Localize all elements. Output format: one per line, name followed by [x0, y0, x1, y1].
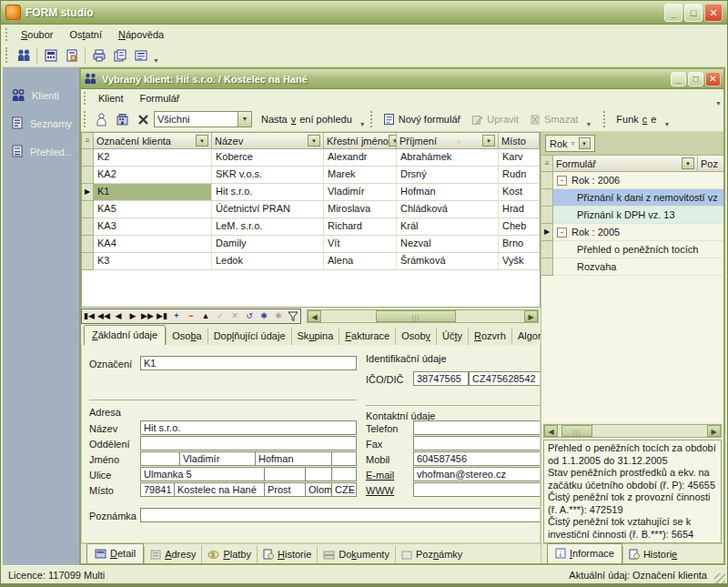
row-selector[interactable] — [82, 218, 94, 236]
toolbar-grip[interactable] — [5, 47, 10, 64]
cell[interactable]: Vyšk — [499, 253, 540, 270]
next-record-icon[interactable]: ▶ — [126, 309, 140, 323]
cell[interactable]: Král — [397, 218, 499, 236]
new-form-button[interactable]: Nový formulář — [378, 110, 466, 128]
menu-formular[interactable]: Formulář — [133, 91, 189, 106]
cell[interactable]: Brno — [499, 236, 540, 253]
cell[interactable]: Richard — [324, 218, 397, 236]
filter-dropdown-icon[interactable]: ▼ — [389, 135, 397, 147]
row-selector[interactable] — [541, 207, 553, 224]
grid-corner-icon[interactable]: ≡ — [541, 156, 553, 171]
delete-record-icon[interactable]: − — [184, 309, 198, 323]
ulice-extra-field[interactable] — [331, 467, 357, 481]
tab-historie-info[interactable]: Historie — [622, 546, 682, 563]
cell[interactable]: Abrahámek — [397, 149, 499, 167]
forms-horizontal-scrollbar[interactable]: ◀ ||| ▶ — [543, 424, 722, 438]
row-selector[interactable] — [541, 241, 553, 258]
filter-dropdown-icon[interactable]: ▼ — [482, 135, 495, 147]
insert-record-icon[interactable]: + — [169, 309, 184, 323]
organization-icon[interactable] — [112, 109, 133, 129]
ico-field[interactable]: 38747565 — [413, 371, 469, 386]
telefon-field[interactable] — [413, 420, 541, 435]
grid-row[interactable]: KA3LeM. s.r.o.RichardKrálCheb — [82, 218, 540, 236]
form-row[interactable]: Rozvaha — [541, 258, 723, 276]
scroll-right-icon[interactable]: ▶ — [707, 425, 721, 437]
cell[interactable]: Nezval — [397, 236, 499, 253]
toolbar-grip[interactable] — [84, 92, 88, 105]
prior-record-icon[interactable]: ◀ — [111, 309, 126, 323]
filter-dropdown-icon[interactable]: ▼ — [682, 157, 694, 169]
grid-horizontal-scrollbar[interactable]: ◀ ||| ▶ — [307, 309, 539, 323]
cell[interactable]: KA5 — [94, 201, 212, 218]
tab-osoby[interactable]: Osoby — [395, 328, 436, 345]
maximize-button[interactable]: □ — [684, 4, 703, 22]
stat-field[interactable]: CZE — [331, 482, 357, 497]
refresh-icon[interactable]: ↺ — [242, 309, 257, 323]
cell[interactable]: Cheb — [499, 218, 540, 236]
person-icon[interactable] — [91, 109, 112, 129]
toolbar-grip[interactable] — [603, 111, 608, 127]
column-header-formular[interactable]: Formulář▼ — [553, 156, 698, 171]
sidebar-item-prehled[interactable]: Přehled... — [3, 137, 79, 166]
fax-field[interactable] — [413, 436, 541, 450]
cell[interactable]: Hofman — [397, 184, 499, 201]
tab-platby[interactable]: $Platby — [201, 546, 257, 563]
column-header-misto[interactable]: Místo — [499, 133, 540, 148]
functions-button[interactable]: Funkce — [611, 111, 662, 127]
cell[interactable]: KA3 — [94, 218, 212, 236]
row-selector[interactable] — [82, 167, 94, 184]
delete-button[interactable]: Smazat — [524, 111, 583, 128]
cell[interactable]: Koberce — [212, 149, 324, 167]
current-row-marker-icon[interactable]: ▶ — [82, 184, 94, 201]
psc-field[interactable]: 79841 — [140, 482, 175, 497]
kraj-field[interactable]: Olom — [305, 482, 332, 497]
view-filter-select[interactable]: Všichni ▼ — [154, 111, 252, 127]
titul-za-field[interactable] — [331, 451, 357, 466]
tab-zakladni-udaje[interactable]: Základní údaje — [84, 325, 166, 345]
calculator-icon[interactable] — [40, 46, 61, 66]
tab-ucty[interactable]: Účty — [436, 328, 468, 345]
filter-dropdown-icon[interactable]: ▼ — [579, 137, 591, 149]
cell[interactable]: Miroslava — [324, 201, 397, 218]
tab-doplnujici-udaje[interactable]: Doplňující údaje — [207, 328, 291, 345]
toolbar-grip[interactable] — [370, 111, 375, 127]
grid-row[interactable]: KA5Účetnictví PRANMiroslavaChládkováHrad — [82, 201, 540, 218]
oddeleni-field[interactable] — [140, 436, 357, 450]
menu-napoveda[interactable]: Nápověda — [110, 27, 172, 42]
close-button[interactable]: ✕ — [704, 4, 723, 22]
column-header-nazev[interactable]: Název▼ — [212, 133, 324, 148]
cell[interactable]: Kost — [499, 184, 540, 201]
client-window-title-bar[interactable]: Vybraný klient: Hit s.r.o. / Kostelec na… — [81, 69, 723, 89]
tab-osoba[interactable]: Osoba — [166, 328, 207, 345]
form-row-selected[interactable]: Přiznání k dani z nemovitostí vz — [541, 189, 723, 207]
mobil-field[interactable]: 604587456 — [413, 451, 541, 466]
cell[interactable]: Rudn — [499, 167, 540, 184]
child-minimize-button[interactable]: _ — [671, 72, 686, 86]
titul-field[interactable] — [140, 451, 180, 466]
cell[interactable]: Marek — [324, 167, 397, 184]
child-maximize-button[interactable]: □ — [688, 72, 703, 86]
filter-dropdown-icon[interactable]: ▼ — [196, 135, 208, 147]
copy-icon[interactable] — [109, 46, 130, 66]
edit-record-icon[interactable]: ▲ — [198, 309, 213, 323]
sidebar-item-klienti[interactable]: Klienti — [3, 82, 79, 109]
column-header-prijmeni[interactable]: Příjmení▵▼ — [397, 133, 499, 148]
view-settings-button[interactable]: Nastavení pohledu — [256, 111, 358, 127]
cell[interactable]: Ledok — [212, 253, 324, 270]
cell[interactable]: Drsný — [397, 167, 499, 184]
scroll-right-icon[interactable]: ▶ — [524, 310, 538, 322]
cell[interactable]: Vladimír — [324, 184, 397, 201]
ulice-field[interactable]: Ulmanka 5 — [140, 467, 265, 481]
collapse-icon[interactable]: - — [557, 176, 567, 186]
cancel-edit-icon[interactable]: ✕ — [228, 309, 242, 323]
row-selector[interactable] — [82, 236, 94, 253]
toolbar-overflow-button[interactable]: ▼ — [151, 46, 161, 66]
group-row[interactable]: -Rok : 2006 — [541, 172, 723, 189]
tab-historie[interactable]: Historie — [257, 546, 317, 563]
row-selector[interactable] — [541, 172, 553, 189]
scrollbar-thumb[interactable]: ||| — [376, 310, 456, 322]
cell[interactable]: K2 — [94, 149, 212, 167]
last-record-icon[interactable]: ▶▮ — [155, 309, 169, 323]
collapse-icon[interactable]: - — [557, 228, 567, 238]
chevron-down-icon[interactable]: ▼ — [238, 112, 251, 127]
